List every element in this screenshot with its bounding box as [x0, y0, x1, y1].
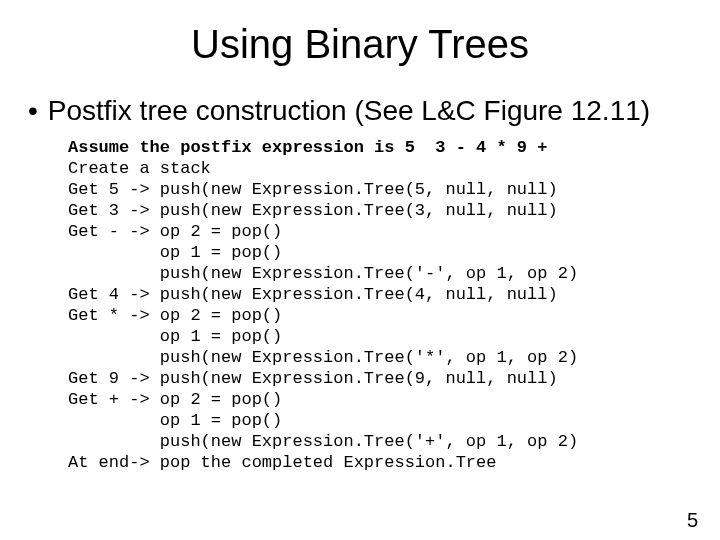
page-number: 5: [687, 509, 698, 532]
code-block: Assume the postfix expression is 5 3 - 4…: [0, 137, 720, 473]
code-line: At end-> pop the completed Expression.Tr…: [68, 453, 496, 472]
assume-prefix: Assume the postfix expression is: [68, 138, 405, 157]
code-line: push(new Expression.Tree('*', op 1, op 2…: [68, 348, 578, 367]
slide-title: Using Binary Trees: [0, 22, 720, 67]
code-line: push(new Expression.Tree('+', op 1, op 2…: [68, 432, 578, 451]
code-line: Get 5 -> push(new Expression.Tree(5, nul…: [68, 180, 558, 199]
assume-expression: 5 3 - 4 * 9 +: [405, 138, 548, 157]
code-line: Get 3 -> push(new Expression.Tree(3, nul…: [68, 201, 558, 220]
bullet-item: • Postfix tree construction (See L&C Fig…: [0, 95, 720, 127]
bullet-text: Postfix tree construction (See L&C Figur…: [48, 95, 650, 127]
slide: Using Binary Trees • Postfix tree constr…: [0, 22, 720, 540]
code-line: push(new Expression.Tree('-', op 1, op 2…: [68, 264, 578, 283]
code-line: Get - -> op 2 = pop(): [68, 222, 282, 241]
code-line: Create a stack: [68, 159, 211, 178]
code-line: Get 9 -> push(new Expression.Tree(9, nul…: [68, 369, 558, 388]
bullet-dot: •: [28, 97, 38, 125]
code-line: op 1 = pop(): [68, 243, 282, 262]
code-line: op 1 = pop(): [68, 327, 282, 346]
code-line: op 1 = pop(): [68, 411, 282, 430]
code-line: Get + -> op 2 = pop(): [68, 390, 282, 409]
code-line: Get * -> op 2 = pop(): [68, 306, 282, 325]
code-line: Get 4 -> push(new Expression.Tree(4, nul…: [68, 285, 558, 304]
